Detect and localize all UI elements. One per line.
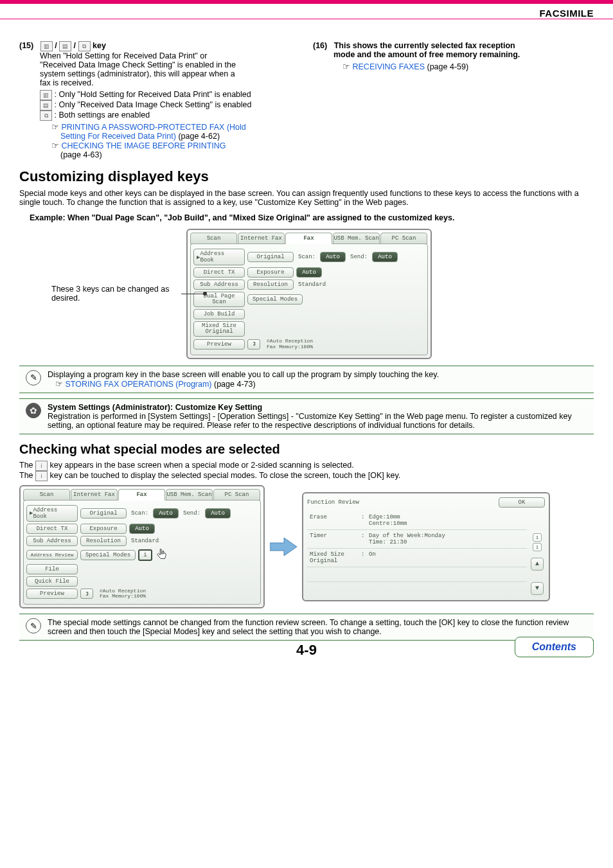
sep2: / xyxy=(74,41,78,50)
check-line2a: The xyxy=(19,471,35,480)
exposure-button-2[interactable]: Exposure xyxy=(80,524,127,534)
status-reception: ✆Auto Reception Fax Memory:100% xyxy=(267,339,313,350)
exposure-auto-value[interactable]: Auto xyxy=(296,267,322,278)
tab2-scan[interactable]: Scan xyxy=(23,489,70,500)
note3-text: The special mode settings cannot be chan… xyxy=(48,618,587,636)
exposure-button[interactable]: Exposure xyxy=(247,267,294,278)
caption-three-keys: These 3 keys can be changed as desired. xyxy=(51,285,180,303)
original-button[interactable]: Original xyxy=(247,252,294,262)
scan-label-2: Scan: xyxy=(129,510,150,517)
link-storing-fax-ops[interactable]: STORING FAX OPERATIONS (Program) xyxy=(65,380,211,389)
fax-base-screen-panel-2: Scan Internet Fax Fax USB Mem. Scan PC S… xyxy=(19,485,265,609)
both-enabled-icon-2: ⧉ xyxy=(40,111,52,121)
review-row-erase: Erase : Edge:10mm Centre:10mm xyxy=(307,511,527,530)
flow-arrow-icon xyxy=(267,536,299,557)
svg-marker-0 xyxy=(270,538,297,556)
review-row-timer: Timer : Day of the Week:Monday Time: 21:… xyxy=(307,530,527,549)
link-hold-print-1[interactable]: PRINTING A PASSWORD-PROTECTED FAX (Hold xyxy=(61,123,245,132)
contents-button[interactable]: Contents xyxy=(515,637,594,657)
item15-intro-3: system settings (administrator), this wi… xyxy=(40,69,300,78)
heading-checking: Checking what special modes are selected xyxy=(19,442,594,457)
tab2-internet-fax[interactable]: Internet Fax xyxy=(71,489,118,500)
mixed-size-original-button[interactable]: Mixed Size Original xyxy=(193,321,245,337)
special-modes-button-2[interactable]: Special Modes xyxy=(80,550,136,560)
check-line1a: The xyxy=(19,461,35,470)
both-enabled-icon: ⧉ xyxy=(78,41,91,51)
scroll-down-button[interactable]: ▼ xyxy=(531,582,544,595)
address-book-button[interactable]: ▶Address Book xyxy=(193,249,245,265)
file-button[interactable]: File xyxy=(26,564,78,574)
speaker-icon[interactable]: 🕽 xyxy=(247,339,260,350)
direct-tx-button-2[interactable]: Direct TX xyxy=(26,524,78,534)
link-hold-print-tail: (page 4-62) xyxy=(176,132,220,141)
review-mixed-label: Mixed Size Original xyxy=(310,551,361,564)
resolution-button[interactable]: Resolution xyxy=(247,279,294,290)
address-review-button[interactable]: Address Review xyxy=(26,550,78,560)
review-row-empty-2 xyxy=(307,582,527,596)
image-check-icon-2: ▤ xyxy=(40,100,52,111)
review-erase-value: Edge:10mm Centre:10mm xyxy=(369,514,407,527)
item15-opt-b: : Only "Received Data Image Check Settin… xyxy=(54,100,251,109)
tab2-usb-mem-scan[interactable]: USB Mem. Scan xyxy=(166,489,213,500)
caption-three-keys-text: These 3 keys can be changed as desired. xyxy=(51,285,169,303)
tab-pc-scan[interactable]: PC Scan xyxy=(380,233,427,244)
review-erase-label: Erase xyxy=(310,514,361,527)
scan-label: Scan: xyxy=(296,254,317,260)
job-build-button[interactable]: Job Build xyxy=(193,309,245,319)
exposure-auto-value-2[interactable]: Auto xyxy=(129,524,155,534)
tab-internet-fax[interactable]: Internet Fax xyxy=(238,233,285,244)
status-reception-2: ✆Auto Reception Fax Memory:100% xyxy=(100,589,146,600)
heading-customizing: Customizing displayed keys xyxy=(19,168,594,185)
tab-usb-mem-scan[interactable]: USB Mem. Scan xyxy=(333,233,380,244)
tab2-fax[interactable]: Fax xyxy=(118,489,165,500)
item15-opt-c: : Both settings are enabled xyxy=(54,111,150,120)
item15-intro-1: When "Hold Setting for Received Data Pri… xyxy=(40,51,300,60)
sep1: / xyxy=(55,41,59,50)
tab2-pc-scan[interactable]: PC Scan xyxy=(213,489,260,500)
quick-file-button[interactable]: Quick File xyxy=(26,576,78,587)
speaker-icon-2[interactable]: 🕽 xyxy=(80,589,93,599)
info-key-button[interactable]: i xyxy=(138,549,152,561)
scan-auto-value-2[interactable]: Auto xyxy=(153,508,179,518)
special-modes-button[interactable]: Special Modes xyxy=(247,294,303,305)
resolution-value: Standard xyxy=(296,281,328,288)
link-check-image-tail: (page 4-63) xyxy=(60,150,300,159)
preview-button-2[interactable]: Preview xyxy=(26,589,78,599)
direct-tx-button[interactable]: Direct TX xyxy=(193,267,245,278)
original-button-2[interactable]: Original xyxy=(80,508,127,518)
note1-text: Displaying a program key in the base scr… xyxy=(48,370,439,379)
link-hold-print-2[interactable]: Setting For Received Data Print) xyxy=(60,132,176,141)
item16-line2: mode and the amount of free memory remai… xyxy=(333,50,594,59)
preview-button[interactable]: Preview xyxy=(193,339,245,350)
image-check-icon: ▤ xyxy=(59,41,71,51)
send-auto-value[interactable]: Auto xyxy=(372,252,398,262)
send-auto-value-2[interactable]: Auto xyxy=(205,508,231,518)
note-program-key: ✎ Displaying a program key in the base s… xyxy=(19,366,594,393)
scan-auto-value[interactable]: Auto xyxy=(320,252,346,262)
send-label-2: Send: xyxy=(181,510,202,517)
item15-intro-2: "Received Data Image Check Setting" is e… xyxy=(40,60,300,69)
link-receiving-faxes[interactable]: RECEIVING FAXES xyxy=(352,62,425,71)
address-book-button-2[interactable]: ▶Address Book xyxy=(26,505,78,522)
link-check-image[interactable]: CHECKING THE IMAGE BEFORE PRINTING xyxy=(61,141,226,150)
review-row-mixed: Mixed Size Original : On xyxy=(307,549,527,567)
hand-cursor-icon xyxy=(155,548,169,562)
sub-address-button[interactable]: Sub Address xyxy=(193,279,245,290)
review-row-empty-1 xyxy=(307,567,527,582)
example-line: Example: When "Dual Page Scan", "Job Bui… xyxy=(30,213,594,222)
resolution-button-2[interactable]: Resolution xyxy=(80,536,127,546)
tab-scan[interactable]: Scan xyxy=(190,233,237,244)
item15-opt-a: : Only "Hold Setting for Received Data P… xyxy=(54,90,251,99)
resolution-value-2: Standard xyxy=(129,538,161,544)
ok-button[interactable]: OK xyxy=(499,497,545,508)
send-label: Send: xyxy=(348,254,369,260)
pointer-icon-2: ☞ xyxy=(55,380,63,389)
scroll-up-button[interactable]: ▲ xyxy=(531,558,544,571)
info-key-icon-2: i xyxy=(35,471,48,481)
check-line1b: key appears in the base screen when a sp… xyxy=(50,461,354,470)
sub-address-button-2[interactable]: Sub Address xyxy=(26,536,78,546)
note2-title: System Settings (Administrator): Customi… xyxy=(48,403,587,412)
gear-icon: ✿ xyxy=(26,403,41,418)
tab-fax[interactable]: Fax xyxy=(285,233,332,244)
note-system-settings: ✿ System Settings (Administrator): Custo… xyxy=(19,398,594,434)
